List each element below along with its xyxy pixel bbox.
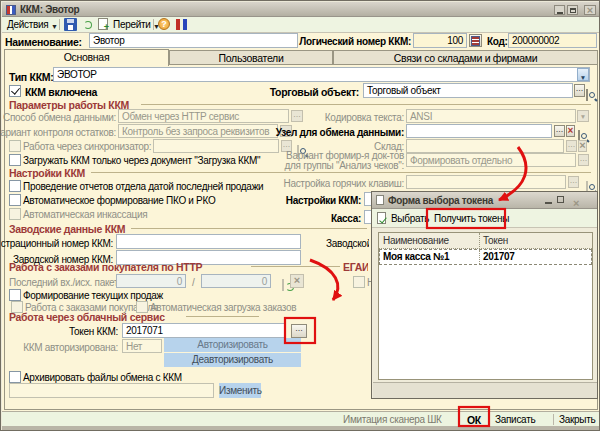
sync-label: Работа через синхронизатор:: [23, 141, 151, 153]
exchange-node-input[interactable]: [406, 124, 552, 138]
authorize-button[interactable]: Авторизировать: [164, 338, 301, 352]
section-line: [131, 228, 367, 229]
doc-variant-label-line2: для группы "Анализ чеков":: [254, 160, 404, 172]
select-icon: [377, 212, 386, 224]
logical-number-input[interactable]: 100: [413, 33, 467, 48]
popup-title: Форма выбора токена: [388, 195, 493, 207]
hotkeys-input: [406, 175, 566, 189]
encoding-arrow-button: [577, 110, 589, 122]
token-label: Токен ККМ:: [6, 326, 118, 338]
section-line: [141, 104, 591, 105]
popup-toolbar: Выбрать Получить токены: [372, 209, 597, 228]
token-popup: Форма выбора токена Выбрать Получить ток…: [371, 191, 598, 399]
kkm-enabled-checkbox[interactable]: [9, 85, 21, 97]
encoding-label: Кодировка текста:: [254, 112, 404, 124]
section-line: [186, 316, 259, 317]
row-token-cell: 201707: [483, 251, 515, 263]
scanner-imitation-button[interactable]: Имитация сканера ШК: [343, 414, 442, 426]
stock-control-label: Вариант контроля остатков:: [0, 127, 116, 139]
trade-object-search-button[interactable]: [586, 89, 588, 101]
new-document-icon[interactable]: [98, 18, 108, 30]
egais-checkbox: [353, 276, 365, 288]
archive-checkbox[interactable]: [9, 371, 21, 383]
section-line: [251, 266, 323, 267]
code-label: Код:: [487, 36, 508, 48]
reg-number-label: Регистрационный номер ККМ:: [0, 238, 113, 250]
minimize-icon: [557, 12, 563, 14]
ok-button[interactable]: ОК: [467, 414, 481, 426]
row-name-cell: Моя касса №1: [383, 251, 449, 263]
get-tokens-button[interactable]: Получить токены: [434, 213, 509, 225]
main-toolbar: Действия ▼ Перейти ▼: [2, 17, 599, 33]
load-doc-checkbox[interactable]: [9, 154, 21, 166]
title-bar[interactable]: ККМ: Эвотор: [2, 2, 599, 17]
save-icon[interactable]: [64, 18, 77, 31]
authorized-label: ККМ авторизирована:: [6, 342, 118, 354]
exchange-node-label: Узел для обмена данными:: [254, 127, 404, 139]
tab-links[interactable]: Связи со складами и фирмами: [333, 50, 598, 65]
tab-main[interactable]: Основная: [4, 49, 169, 66]
popup-maximize-icon[interactable]: [557, 196, 564, 203]
orders-section-header: Работа с заказами покупателя по HTTP: [9, 261, 202, 273]
settings-section-header: Настройки ККМ: [9, 167, 85, 179]
dropdown-arrow-icon: ▼: [51, 23, 58, 30]
actions-menu-button[interactable]: Действия ▼: [7, 19, 58, 32]
window-icon: [6, 5, 16, 15]
help-icon[interactable]: [158, 18, 170, 30]
window-bottom-edge: [2, 426, 599, 431]
trade-object-input[interactable]: Торговый объект: [363, 83, 573, 98]
cloud-section-header: Работа через облачный сервис: [9, 311, 165, 323]
collection-label: Автоматическая инкассация: [23, 209, 147, 221]
egais-section-header: ЕГАИС: [343, 261, 368, 273]
packet-separator: /: [192, 277, 194, 289]
current-sales-checkbox[interactable]: [9, 289, 21, 301]
hotkeys-ellipsis-button: [568, 176, 579, 188]
reg-number-input[interactable]: [116, 234, 301, 249]
archive-path-input: [9, 383, 214, 398]
logical-number-label: Логический номер ККМ:: [261, 36, 411, 48]
pko-checkbox[interactable]: [9, 194, 21, 206]
popup-title-bar[interactable]: Форма выбора токена: [372, 192, 597, 209]
maximize-icon: [570, 8, 576, 13]
last-packet-label: Последний вх./исх. пакет:: [9, 277, 121, 289]
section-line: [326, 266, 340, 267]
table-header-row: Наименование Токен: [379, 233, 592, 249]
trade-object-ellipsis-button[interactable]: [574, 84, 585, 97]
popup-footer: [373, 382, 597, 398]
cell-divider: [479, 250, 480, 264]
close-form-button[interactable]: Закрыть: [559, 414, 595, 426]
status-separator: [553, 414, 554, 425]
write-button[interactable]: Записать: [495, 414, 535, 426]
document-icon: [376, 195, 384, 205]
code-input[interactable]: 200000002: [508, 33, 597, 48]
column-header-token[interactable]: Токен: [483, 235, 508, 247]
column-header-name[interactable]: Наименование: [383, 235, 449, 247]
token-ellipsis-button[interactable]: [291, 324, 307, 338]
token-input[interactable]: 2017071: [122, 323, 286, 338]
maximize-button[interactable]: [567, 5, 578, 15]
select-button[interactable]: Выбрать: [391, 213, 429, 225]
popup-minimize-icon[interactable]: [545, 202, 552, 204]
factory-number-right-label: Заводской но: [326, 238, 369, 250]
doc-variant-input: Формировать отдельно: [406, 153, 576, 167]
kkm-type-combo[interactable]: ЭВОТОР: [53, 67, 590, 82]
close-button[interactable]: [584, 5, 596, 15]
sync-checkbox: [9, 140, 21, 152]
reports-checkbox[interactable]: [9, 180, 21, 192]
status-bar: Имитация сканера ШК ОК Записать Закрыть: [2, 411, 599, 426]
name-label: Наименование:: [5, 36, 82, 48]
tab-users[interactable]: Пользователи: [169, 50, 333, 65]
number-picker-button[interactable]: [469, 34, 482, 47]
change-button[interactable]: Изменить: [219, 383, 261, 398]
table-row[interactable]: Моя касса №1 201707: [379, 249, 592, 265]
minimize-button[interactable]: [554, 5, 565, 15]
toolbar-separator: [59, 19, 60, 30]
reports-label: Проведение отчетов отдела датой последне…: [23, 181, 263, 193]
cash-label: Касса:: [241, 213, 361, 225]
node-ellipsis-button[interactable]: [554, 125, 565, 137]
warehouse-input: [406, 139, 564, 153]
deauthorize-button[interactable]: Деавторизировать: [164, 353, 301, 367]
combo-arrow-button[interactable]: [577, 68, 589, 81]
packet-refresh-button: [282, 279, 284, 291]
node-clear-button[interactable]: [566, 125, 575, 137]
